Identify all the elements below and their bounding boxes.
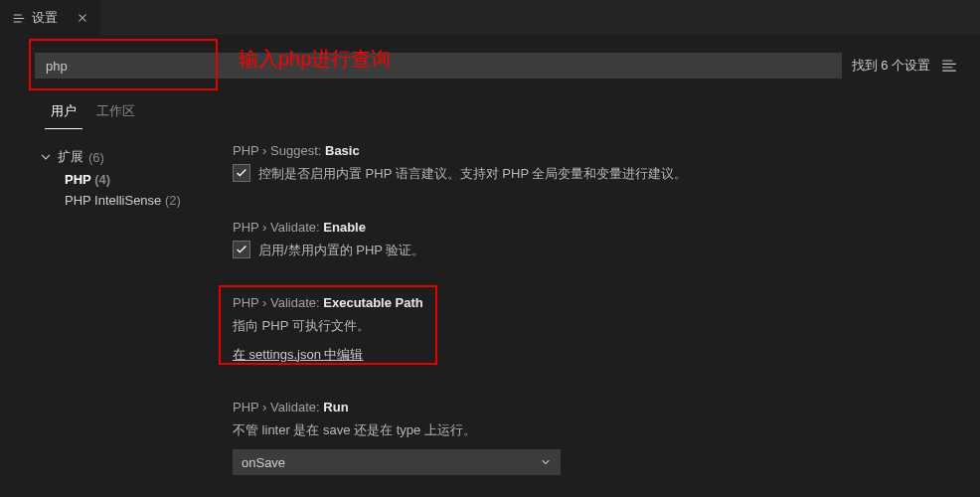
chevron-down-icon xyxy=(39,150,53,164)
chevron-down-icon xyxy=(540,456,552,468)
setting-php-validate-enable: PHP › Validate: Enable 启用/禁用内置的 PHP 验证。 xyxy=(229,220,958,260)
toc-extensions-label: 扩展 xyxy=(58,148,83,166)
edit-in-settings-json-link[interactable]: 在 settings.json 中编辑 xyxy=(233,347,364,362)
toc-item-count: (2) xyxy=(165,193,181,208)
search-input-wrap: 输入php进行查询 xyxy=(35,53,842,79)
setting-title: PHP › Validate: Enable xyxy=(233,220,958,235)
toc-item-count: (4) xyxy=(94,172,110,187)
more-actions-icon[interactable] xyxy=(940,57,958,75)
setting-description: 启用/禁用内置的 PHP 验证。 xyxy=(258,241,424,260)
result-count: 找到 6 个设置 xyxy=(852,57,930,75)
settings-content: 输入php进行查询 找到 6 个设置 用户 工作区 扩展 (6) PHP (4) xyxy=(0,35,980,497)
checkbox[interactable] xyxy=(233,241,250,258)
toc-item-label: PHP xyxy=(65,172,91,187)
setting-php-validate-executable-path: PHP › Validate: Executable Path 指向 PHP 可… xyxy=(229,295,958,364)
tab-user[interactable]: 用户 xyxy=(45,96,82,129)
setting-title: PHP › Suggest: Basic xyxy=(233,143,958,158)
checkbox[interactable] xyxy=(233,164,250,182)
settings-icon xyxy=(12,11,26,25)
select-validate-run[interactable]: onSave xyxy=(233,449,561,475)
search-input[interactable] xyxy=(35,53,842,79)
scope-tabs: 用户 工作区 xyxy=(35,96,958,129)
setting-php-suggest-basic: PHP › Suggest: Basic 控制是否启用内置 PHP 语言建议。支… xyxy=(229,143,958,184)
setting-php-validate-run: PHP › Validate: Run 不管 linter 是在 save 还是… xyxy=(229,400,958,476)
settings-toc: 扩展 (6) PHP (4) PHP IntelliSense (2) xyxy=(35,143,209,497)
setting-description: 指向 PHP 可执行文件。 xyxy=(233,316,958,336)
toc-extensions[interactable]: 扩展 (6) xyxy=(35,145,209,169)
toc-item-php-intellisense[interactable]: PHP IntelliSense (2) xyxy=(35,190,209,211)
tab-label: 设置 xyxy=(32,9,58,27)
toc-extensions-count: (6) xyxy=(88,150,104,165)
toc-item-label: PHP IntelliSense xyxy=(65,193,161,208)
search-row: 输入php进行查询 找到 6 个设置 xyxy=(35,53,958,79)
toc-item-php[interactable]: PHP (4) xyxy=(35,169,209,190)
settings-list: PHP › Suggest: Basic 控制是否启用内置 PHP 语言建议。支… xyxy=(229,143,958,497)
select-value: onSave xyxy=(242,455,285,470)
tab-workspace[interactable]: 工作区 xyxy=(90,96,141,129)
tab-settings[interactable]: 设置 xyxy=(0,0,101,35)
setting-description: 控制是否启用内置 PHP 语言建议。支持对 PHP 全局变量和变量进行建议。 xyxy=(258,164,687,184)
tab-bar: 设置 xyxy=(0,0,980,35)
setting-title: PHP › Validate: Run xyxy=(233,400,958,414)
setting-title: PHP › Validate: Executable Path xyxy=(233,295,958,310)
close-icon[interactable] xyxy=(76,11,89,25)
setting-description: 不管 linter 是在 save 还是在 type 上运行。 xyxy=(233,420,958,440)
settings-body: 扩展 (6) PHP (4) PHP IntelliSense (2) PHP … xyxy=(35,143,958,497)
